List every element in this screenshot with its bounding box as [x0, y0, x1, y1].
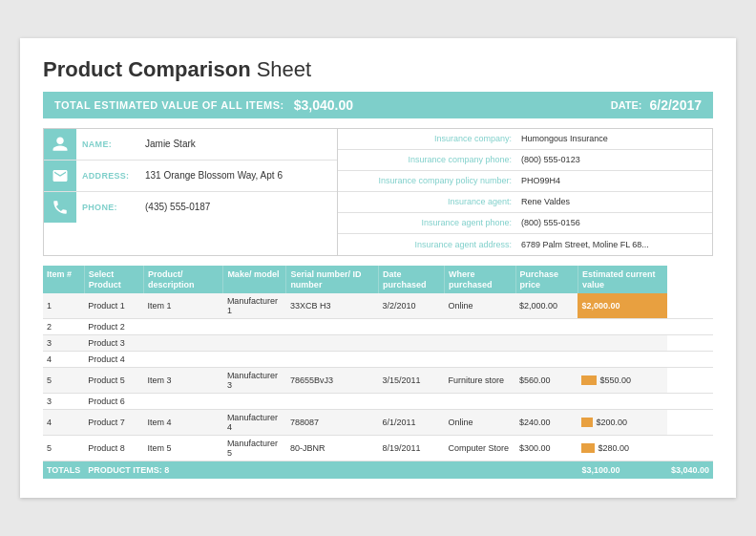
phone-value: (435) 555-0187 [141, 202, 337, 212]
total-value: $3,040.00 [294, 97, 353, 113]
totals-cell-4: $3,040.00 [667, 461, 713, 480]
address-row: ADDRESS: 131 Orange Blossom Way, Apt 6 [44, 161, 337, 192]
cell-5-4 [286, 394, 379, 410]
cell-0-6: Online [445, 293, 515, 319]
title-light: Sheet [251, 57, 312, 81]
cell-2-1: Product 3 [84, 335, 143, 352]
cell-5-6 [445, 394, 515, 410]
name-label: NAME: [76, 139, 141, 149]
cell-1-6 [445, 319, 515, 335]
insurance-row: Insurance company policy number:PHO99H4 [338, 171, 712, 192]
date-value: 6/2/2017 [650, 97, 703, 113]
cell-7-4: 80-JBNR [286, 436, 379, 461]
cell-5-7 [515, 394, 578, 410]
cell-3-1: Product 4 [84, 352, 143, 368]
cell-7-6: Computer Store [445, 436, 515, 461]
insurance-value-3: Rene Valdes [517, 195, 712, 208]
cell-2-4 [286, 335, 379, 352]
cell-5-1: Product 6 [84, 394, 143, 410]
cell-3-4 [286, 352, 379, 368]
cell-7-3: Manufacturer 5 [223, 436, 286, 461]
total-label: TOTAL ESTIMATED VALUE OF ALL ITEMS: [54, 99, 284, 111]
cell-3-3 [223, 352, 286, 368]
title-bold: Product Comparison [43, 57, 251, 81]
cell-3-current [578, 352, 666, 368]
cell-6-4: 788087 [286, 410, 379, 436]
cell-5-0: 3 [43, 394, 84, 410]
cell-0-3: Manufacturer 1 [223, 293, 286, 319]
cell-5-3 [223, 394, 286, 410]
cell-1-current [578, 319, 666, 335]
cell-2-6 [445, 335, 515, 352]
table-row: 4Product 7Item 4Manufacturer 47880876/1/… [43, 410, 713, 436]
summary-bar: TOTAL ESTIMATED VALUE OF ALL ITEMS: $3,0… [43, 92, 713, 118]
cell-2-2 [143, 335, 222, 352]
date-label: DATE: [611, 99, 642, 111]
cell-1-4 [286, 319, 379, 335]
table-row: 3Product 3 [43, 335, 713, 352]
cell-5-5 [378, 394, 444, 410]
totals-cell-3: $3,100.00 [578, 461, 666, 480]
insurance-label-3: Insurance agent: [338, 195, 517, 208]
cell-7-0: 5 [43, 436, 84, 461]
insurance-row: Insurance company phone:(800) 555-0123 [338, 150, 712, 171]
personal-info: NAME: Jamie Stark ADDRESS: 131 Orange Bl… [43, 128, 338, 256]
cell-1-3 [223, 319, 286, 335]
cell-7-7: $300.00 [515, 436, 578, 461]
insurance-value-0: Humongous Insurance [517, 132, 712, 145]
insurance-label-0: Insurance company: [338, 132, 517, 145]
cell-1-5 [378, 319, 444, 335]
table-row: 1Product 1Item 1Manufacturer 133XCB H33/… [43, 293, 713, 319]
cell-6-5: 6/1/2011 [378, 410, 444, 436]
product-table: Item #Select ProductProduct/ description… [43, 266, 713, 480]
insurance-row: Insurance agent:Rene Valdes [338, 192, 712, 213]
col-header-8: Estimated current value [578, 266, 666, 294]
cell-4-2: Item 3 [143, 368, 222, 394]
cell-2-7 [515, 335, 578, 352]
address-label: ADDRESS: [76, 171, 141, 181]
cell-4-1: Product 5 [84, 368, 143, 394]
cell-2-0: 3 [43, 335, 84, 352]
col-header-3: Make/ model [223, 266, 286, 294]
col-header-2: Product/ description [143, 266, 222, 294]
cell-6-current: $200.00 [578, 410, 666, 436]
cell-0-current: $2,000.00 [578, 293, 666, 319]
page-container: Product Comparison Sheet TOTAL ESTIMATED… [20, 38, 736, 499]
col-header-5: Date purchased [378, 266, 444, 294]
cell-3-2 [143, 352, 222, 368]
table-row: 4Product 4 [43, 352, 713, 368]
col-header-7: Purchase price [515, 266, 578, 294]
cell-4-6: Furniture store [445, 368, 515, 394]
totals-row: TOTALSPRODUCT ITEMS: 8$3,100.00$3,040.00 [43, 461, 713, 480]
insurance-value-4: (800) 555-0156 [517, 216, 712, 229]
cell-7-1: Product 8 [84, 436, 143, 461]
totals-cell-2 [515, 461, 578, 480]
cell-0-5: 3/2/2010 [378, 293, 444, 319]
cell-6-7: $240.00 [515, 410, 578, 436]
cell-3-0: 4 [43, 352, 84, 368]
cell-2-current [578, 335, 666, 352]
cell-5-2 [143, 394, 222, 410]
cell-6-2: Item 4 [143, 410, 222, 436]
cell-5-current [578, 394, 666, 410]
cell-2-3 [223, 335, 286, 352]
insurance-label-5: Insurance agent address: [338, 238, 517, 251]
cell-1-0: 2 [43, 319, 84, 335]
cell-6-1: Product 7 [84, 410, 143, 436]
cell-0-2: Item 1 [143, 293, 222, 319]
phone-row: PHONE: (435) 555-0187 [44, 192, 337, 223]
table-row: 5Product 8Item 5Manufacturer 580-JBNR8/1… [43, 436, 713, 461]
cell-4-3: Manufacturer 3 [223, 368, 286, 394]
cell-7-5: 8/19/2011 [378, 436, 444, 461]
info-section: NAME: Jamie Stark ADDRESS: 131 Orange Bl… [43, 128, 713, 256]
cell-1-1: Product 2 [84, 319, 143, 335]
cell-6-0: 4 [43, 410, 84, 436]
name-value: Jamie Stark [141, 139, 337, 149]
col-header-1: Select Product [84, 266, 143, 294]
cell-0-4: 33XCB H3 [286, 293, 379, 319]
cell-4-0: 5 [43, 368, 84, 394]
address-value: 131 Orange Blossom Way, Apt 6 [141, 170, 337, 181]
cell-4-5: 3/15/2011 [378, 368, 444, 394]
insurance-info: Insurance company:Humongous InsuranceIns… [338, 128, 713, 256]
address-icon [44, 161, 76, 191]
